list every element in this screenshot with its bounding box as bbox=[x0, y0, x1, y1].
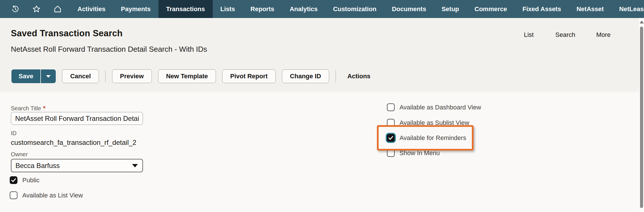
header-link-search[interactable]: Search bbox=[555, 31, 575, 39]
home-icon[interactable] bbox=[53, 5, 62, 13]
owner-label: Owner bbox=[11, 151, 28, 158]
nav-item-label: Documents bbox=[392, 5, 426, 13]
available-as-list-view-checkbox[interactable] bbox=[10, 191, 17, 199]
nav-item-label: Setup bbox=[442, 5, 459, 13]
checkbox-label: Available as List View bbox=[22, 192, 83, 199]
page-header: Saved Transaction Search NetAsset Roll F… bbox=[0, 18, 639, 92]
nav-item-netlease[interactable]: NetLease bbox=[611, 0, 644, 18]
public-checkbox[interactable] bbox=[10, 176, 17, 184]
nav-item-label: Activities bbox=[77, 5, 106, 13]
nav-item-activities[interactable]: Activities bbox=[70, 0, 113, 18]
cancel-button[interactable]: Cancel bbox=[62, 69, 99, 83]
save-dropdown-button[interactable] bbox=[40, 69, 56, 83]
search-title-label-text: Search Title bbox=[11, 105, 41, 111]
available-as-sublist-view-row[interactable]: Available as Sublist View bbox=[387, 119, 469, 127]
actions-menu[interactable]: Actions bbox=[347, 73, 371, 80]
show-in-menu-checkbox[interactable] bbox=[387, 149, 395, 157]
nav-item-label: Reports bbox=[251, 5, 274, 13]
nav-item-label: Fixed Assets bbox=[522, 5, 561, 13]
toolbar: Save Cancel Preview New Template Pivot R… bbox=[11, 69, 370, 83]
available-as-list-view-row[interactable]: Available as List View bbox=[10, 191, 83, 199]
star-icon[interactable] bbox=[32, 5, 41, 13]
nav-item-label: Customization bbox=[333, 5, 377, 13]
nav-item-label: NetAsset bbox=[577, 5, 604, 13]
search-title-input[interactable] bbox=[11, 112, 143, 125]
id-label: ID bbox=[11, 130, 17, 137]
available-as-sublist-view-checkbox[interactable] bbox=[387, 119, 395, 127]
top-navbar: Activities Payments Transactions Lists R… bbox=[0, 0, 644, 18]
check-icon bbox=[388, 135, 394, 141]
public-checkbox-row[interactable]: Public bbox=[10, 176, 39, 184]
nav-item-setup[interactable]: Setup bbox=[434, 0, 467, 18]
checkbox-label: Available as Sublist View bbox=[399, 119, 469, 127]
nav-item-reports[interactable]: Reports bbox=[243, 0, 282, 18]
nav-item-label: Transactions bbox=[166, 5, 205, 13]
id-value: customsearch_fa_transaction_rf_detail_2 bbox=[11, 139, 136, 147]
save-button[interactable]: Save bbox=[11, 69, 40, 83]
scroll-up-icon[interactable] bbox=[640, 21, 644, 23]
nav-icon-group bbox=[0, 5, 70, 13]
checkbox-label: Available for Reminders bbox=[399, 134, 466, 142]
available-as-dashboard-view-row[interactable]: Available as Dashboard View bbox=[387, 103, 481, 111]
checkbox-label: Public bbox=[22, 177, 39, 184]
nav-item-netasset[interactable]: NetAsset bbox=[569, 0, 611, 18]
show-in-menu-row[interactable]: Show In Menu bbox=[387, 149, 440, 157]
chevron-down-icon bbox=[46, 75, 51, 78]
nav-item-analytics[interactable]: Analytics bbox=[282, 0, 325, 18]
form-area bbox=[0, 92, 639, 212]
toolbar-separator bbox=[105, 70, 106, 82]
vertical-scrollbar[interactable] bbox=[639, 18, 644, 212]
owner-select[interactable]: Becca Barfuss bbox=[11, 159, 143, 172]
chevron-down-icon bbox=[132, 164, 138, 167]
search-title-label: Search Title* bbox=[11, 105, 45, 112]
available-as-dashboard-view-checkbox[interactable] bbox=[387, 103, 395, 111]
new-template-button[interactable]: New Template bbox=[158, 69, 216, 83]
nav-item-payments[interactable]: Payments bbox=[113, 0, 158, 18]
page-title: Saved Transaction Search bbox=[11, 28, 123, 39]
nav-item-label: Commerce bbox=[474, 5, 507, 13]
nav-item-customization[interactable]: Customization bbox=[325, 0, 384, 18]
toolbar-separator bbox=[335, 70, 336, 82]
nav-item-transactions[interactable]: Transactions bbox=[158, 0, 213, 18]
history-icon[interactable] bbox=[11, 5, 19, 13]
preview-button[interactable]: Preview bbox=[112, 69, 152, 83]
scrollbar-thumb[interactable] bbox=[640, 27, 643, 208]
nav-item-fixed-assets[interactable]: Fixed Assets bbox=[515, 0, 569, 18]
page-subtitle: NetAsset Roll Forward Transaction Detail… bbox=[11, 45, 207, 54]
nav-item-label: Payments bbox=[121, 5, 151, 13]
checkbox-label: Show In Menu bbox=[399, 149, 440, 157]
header-link-more[interactable]: More bbox=[596, 31, 611, 39]
checkbox-label: Available as Dashboard View bbox=[399, 104, 481, 111]
nav-item-documents[interactable]: Documents bbox=[384, 0, 434, 18]
nav-item-commerce[interactable]: Commerce bbox=[467, 0, 515, 18]
change-id-button[interactable]: Change ID bbox=[282, 69, 329, 83]
pivot-report-button[interactable]: Pivot Report bbox=[222, 69, 276, 83]
nav-item-label: Lists bbox=[220, 5, 235, 13]
save-split-button: Save bbox=[11, 69, 56, 83]
check-icon bbox=[11, 177, 17, 183]
nav-item-lists[interactable]: Lists bbox=[213, 0, 243, 18]
nav-item-label: NetLease bbox=[619, 5, 644, 13]
owner-select-value: Becca Barfuss bbox=[15, 162, 60, 170]
available-for-reminders-row[interactable]: Available for Reminders bbox=[387, 134, 466, 142]
nav-item-label: Analytics bbox=[290, 5, 318, 13]
required-marker: * bbox=[43, 105, 46, 112]
header-link-list[interactable]: List bbox=[524, 31, 534, 39]
available-for-reminders-checkbox[interactable] bbox=[387, 134, 395, 142]
